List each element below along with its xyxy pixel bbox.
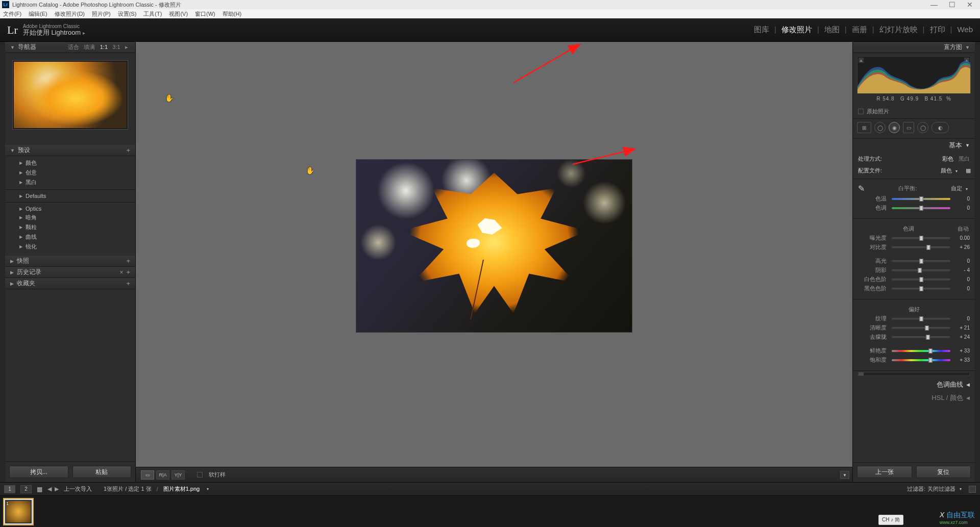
blacks-slider[interactable] bbox=[892, 288, 950, 290]
preset-group[interactable]: ▶暗角 bbox=[5, 213, 135, 222]
menu-settings[interactable]: 设置(S) bbox=[118, 10, 137, 18]
history-header[interactable]: ▶ 历史记录 × + bbox=[5, 267, 135, 278]
left-panel-toggle[interactable] bbox=[0, 42, 5, 482]
highlights-slider[interactable] bbox=[892, 260, 950, 262]
copy-settings-button[interactable]: 拷贝... bbox=[9, 466, 68, 478]
preset-group[interactable]: ▶曲线 bbox=[5, 232, 135, 242]
grid-view-icon[interactable]: ▦ bbox=[37, 486, 42, 493]
redeye-tool-icon[interactable]: ◉ bbox=[889, 122, 900, 133]
whites-slider[interactable] bbox=[892, 279, 950, 281]
add-snapshot-icon[interactable]: + bbox=[126, 257, 130, 265]
treatment-bw[interactable]: 黑白 bbox=[959, 155, 970, 163]
chevron-down-icon[interactable]: ▾ bbox=[207, 487, 209, 491]
window-minimize-icon[interactable]: — bbox=[930, 1, 938, 9]
tone-curve-header[interactable]: 色调曲线 ◀ bbox=[853, 378, 975, 391]
menu-edit[interactable]: 编辑(E) bbox=[29, 10, 47, 18]
paste-settings-button[interactable]: 粘贴 bbox=[72, 466, 132, 478]
eyedropper-icon[interactable]: ✎ bbox=[858, 184, 865, 193]
navigator-header[interactable]: ▼ 导航器 适合 填满 1:1 3:1 ▸ bbox=[5, 42, 135, 53]
loupe-view-button[interactable]: ▭ bbox=[141, 470, 154, 480]
preset-group[interactable]: ▶颗粒 bbox=[5, 222, 135, 232]
add-preset-icon[interactable]: + bbox=[126, 146, 130, 154]
canvas-area[interactable]: ✋ ✋ bbox=[136, 42, 852, 467]
secondary-display-1[interactable]: 1 bbox=[4, 485, 15, 493]
filter-lock-icon[interactable] bbox=[969, 486, 976, 493]
texture-slider[interactable] bbox=[892, 318, 950, 320]
navigator-zoom-options[interactable]: 适合 填满 1:1 3:1 ▸ bbox=[65, 43, 130, 51]
menu-window[interactable]: 窗口(W) bbox=[195, 10, 215, 18]
contrast-slider[interactable] bbox=[892, 246, 950, 248]
menu-develop[interactable]: 修改照片(D) bbox=[55, 10, 85, 18]
right-panel-toggle[interactable] bbox=[975, 42, 980, 482]
filmstrip-thumbnail[interactable]: 1 bbox=[4, 499, 33, 524]
spot-removal-tool-icon[interactable]: ◯ bbox=[874, 122, 886, 133]
clear-history-icon[interactable]: × bbox=[119, 269, 123, 276]
preset-group[interactable]: ▶黑白 bbox=[5, 178, 135, 187]
module-develop[interactable]: 修改照片 bbox=[781, 25, 812, 35]
module-book[interactable]: 画册 bbox=[852, 25, 867, 35]
add-collection-icon[interactable]: + bbox=[126, 280, 130, 287]
collections-header[interactable]: ▶ 收藏夹 + bbox=[5, 278, 135, 289]
vibrance-slider[interactable] bbox=[892, 350, 950, 352]
profile-value[interactable]: 颜色 ▾ bbox=[941, 167, 960, 174]
filmstrip[interactable]: 1 CH ♪ 简 X 自由互联 www.xz7.com bbox=[0, 495, 980, 527]
nav-prev-icon[interactable]: ◀ bbox=[47, 486, 52, 492]
original-checkbox[interactable] bbox=[858, 109, 864, 114]
basic-panel-header[interactable]: 基本 ▼ bbox=[853, 139, 975, 152]
snapshots-header[interactable]: ▶ 快照 + bbox=[5, 256, 135, 267]
navigator-preview[interactable] bbox=[5, 53, 135, 145]
preset-group[interactable]: ▶Optics bbox=[5, 205, 135, 213]
preset-group[interactable]: ▶锐化 bbox=[5, 242, 135, 252]
window-close-icon[interactable]: ✕ bbox=[967, 1, 973, 9]
nav-next-icon[interactable]: ▶ bbox=[55, 486, 59, 492]
radial-filter-tool-icon[interactable]: ◯ bbox=[917, 122, 928, 133]
module-map[interactable]: 地图 bbox=[824, 25, 840, 35]
presets-header[interactable]: ▼ 预设 + bbox=[5, 145, 135, 156]
toolbar-menu-icon[interactable]: ▼ bbox=[840, 471, 849, 479]
module-slideshow[interactable]: 幻灯片放映 bbox=[879, 25, 918, 35]
saturation-slider[interactable] bbox=[892, 359, 950, 361]
preset-group[interactable]: ▶颜色 bbox=[5, 158, 135, 168]
before-after-button[interactable]: R|A bbox=[156, 470, 169, 480]
clarity-slider[interactable] bbox=[892, 327, 950, 329]
profile-browser-icon[interactable]: ▦ bbox=[966, 167, 970, 174]
dehaze-slider[interactable] bbox=[892, 336, 950, 338]
treatment-color[interactable]: 彩色 bbox=[942, 155, 953, 163]
reference-view-button[interactable]: Y|Y bbox=[172, 470, 185, 480]
crop-tool-icon[interactable]: ⊞ bbox=[857, 122, 871, 133]
softproof-checkbox[interactable] bbox=[197, 472, 203, 478]
add-icon[interactable]: + bbox=[126, 268, 130, 276]
wb-mode-dropdown[interactable]: 自定 ▾ bbox=[951, 185, 970, 192]
menu-file[interactable]: 文件(F) bbox=[3, 10, 21, 18]
window-maximize-icon[interactable]: ☐ bbox=[949, 1, 955, 9]
menu-help[interactable]: 帮助(H) bbox=[223, 10, 241, 18]
chevron-right-icon: ▶ bbox=[19, 244, 22, 249]
chevron-right-icon: ▶ bbox=[19, 225, 22, 230]
module-library[interactable]: 图库 bbox=[754, 25, 769, 35]
menu-tools[interactable]: 工具(T) bbox=[143, 10, 162, 18]
previous-photo-button[interactable]: 上一张 bbox=[857, 466, 912, 478]
menu-view[interactable]: 视图(V) bbox=[169, 10, 188, 18]
hsl-header[interactable]: HSL / 颜色 ◀ bbox=[853, 391, 975, 405]
temperature-slider[interactable] bbox=[892, 198, 950, 200]
adjustment-brush-tool-icon[interactable]: ◐ bbox=[932, 122, 949, 133]
photo-preview[interactable] bbox=[356, 160, 632, 332]
exposure-slider[interactable] bbox=[892, 237, 950, 239]
secondary-display-2[interactable]: 2 bbox=[20, 485, 32, 493]
tint-slider[interactable] bbox=[892, 207, 950, 209]
source-label[interactable]: 上一次导入 bbox=[64, 485, 92, 493]
preset-group[interactable]: ▶Defaults bbox=[5, 192, 135, 200]
graduated-filter-tool-icon[interactable]: ▭ bbox=[903, 122, 914, 133]
shadows-slider[interactable] bbox=[892, 269, 950, 271]
histogram-header[interactable]: 直方图 ▼ bbox=[853, 42, 975, 53]
histogram[interactable]: ▲ ▲ bbox=[857, 56, 971, 94]
preset-group[interactable]: ▶创意 bbox=[5, 168, 135, 178]
filter-dropdown[interactable]: 关闭过滤器 bbox=[927, 485, 955, 493]
brand-getting-started[interactable]: 开始使用 Lightroom▸ bbox=[23, 29, 85, 36]
panel-scrollbar[interactable] bbox=[858, 372, 970, 376]
reset-button[interactable]: 复位 bbox=[916, 466, 971, 478]
menu-photo[interactable]: 照片(P) bbox=[92, 10, 111, 18]
module-print[interactable]: 打印 bbox=[930, 25, 945, 35]
auto-tone-button[interactable]: 自动 bbox=[958, 225, 969, 233]
module-web[interactable]: Web bbox=[957, 25, 973, 34]
